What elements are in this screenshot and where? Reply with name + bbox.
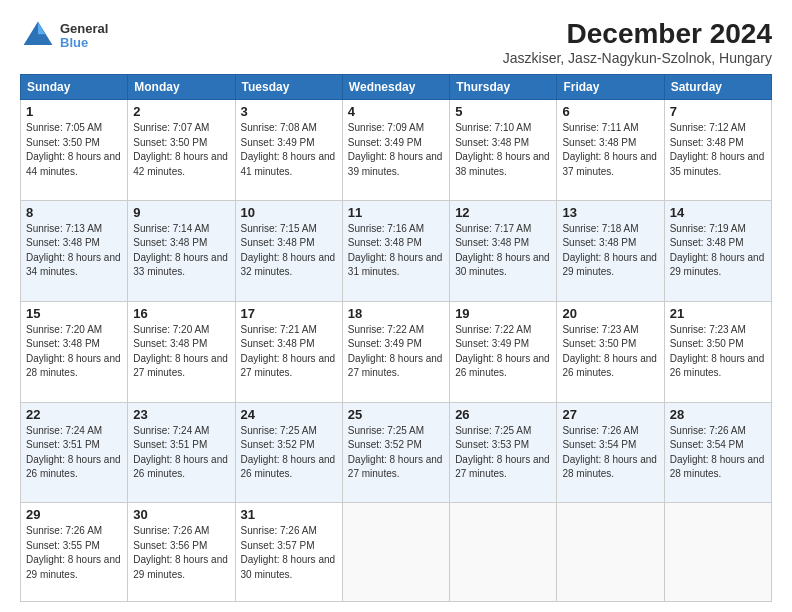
calendar-cell: 16Sunrise: 7:20 AMSunset: 3:48 PMDayligh…: [128, 301, 235, 402]
day-info: Sunrise: 7:11 AMSunset: 3:48 PMDaylight:…: [562, 121, 658, 179]
page-subtitle: Jaszkiser, Jasz-Nagykun-Szolnok, Hungary: [503, 50, 772, 66]
calendar-cell: 20Sunrise: 7:23 AMSunset: 3:50 PMDayligh…: [557, 301, 664, 402]
day-number: 1: [26, 104, 122, 119]
day-info: Sunrise: 7:10 AMSunset: 3:48 PMDaylight:…: [455, 121, 551, 179]
day-number: 8: [26, 205, 122, 220]
day-number: 31: [241, 507, 337, 522]
weekday-header: Monday: [128, 75, 235, 100]
calendar-cell: 31Sunrise: 7:26 AMSunset: 3:57 PMDayligh…: [235, 503, 342, 602]
logo: General Blue: [20, 18, 108, 54]
day-number: 29: [26, 507, 122, 522]
day-info: Sunrise: 7:25 AMSunset: 3:52 PMDaylight:…: [348, 424, 444, 482]
day-info: Sunrise: 7:13 AMSunset: 3:48 PMDaylight:…: [26, 222, 122, 280]
calendar-cell: 10Sunrise: 7:15 AMSunset: 3:48 PMDayligh…: [235, 200, 342, 301]
day-number: 12: [455, 205, 551, 220]
day-number: 27: [562, 407, 658, 422]
weekday-header: Sunday: [21, 75, 128, 100]
day-number: 13: [562, 205, 658, 220]
weekday-header: Tuesday: [235, 75, 342, 100]
day-info: Sunrise: 7:23 AMSunset: 3:50 PMDaylight:…: [562, 323, 658, 381]
calendar-cell: 9Sunrise: 7:14 AMSunset: 3:48 PMDaylight…: [128, 200, 235, 301]
logo-line2: Blue: [60, 36, 108, 50]
day-number: 3: [241, 104, 337, 119]
day-info: Sunrise: 7:05 AMSunset: 3:50 PMDaylight:…: [26, 121, 122, 179]
calendar-cell: 22Sunrise: 7:24 AMSunset: 3:51 PMDayligh…: [21, 402, 128, 503]
calendar-cell: 13Sunrise: 7:18 AMSunset: 3:48 PMDayligh…: [557, 200, 664, 301]
day-number: 5: [455, 104, 551, 119]
calendar-cell: [664, 503, 771, 602]
day-number: 10: [241, 205, 337, 220]
calendar-cell: 14Sunrise: 7:19 AMSunset: 3:48 PMDayligh…: [664, 200, 771, 301]
weekday-header: Saturday: [664, 75, 771, 100]
day-info: Sunrise: 7:07 AMSunset: 3:50 PMDaylight:…: [133, 121, 229, 179]
day-number: 18: [348, 306, 444, 321]
day-info: Sunrise: 7:20 AMSunset: 3:48 PMDaylight:…: [133, 323, 229, 381]
calendar-header: SundayMondayTuesdayWednesdayThursdayFrid…: [21, 75, 772, 100]
calendar-cell: 23Sunrise: 7:24 AMSunset: 3:51 PMDayligh…: [128, 402, 235, 503]
day-number: 9: [133, 205, 229, 220]
page: General Blue December 2024 Jaszkiser, Ja…: [0, 0, 792, 612]
calendar-cell: [342, 503, 449, 602]
page-title: December 2024: [503, 18, 772, 50]
day-info: Sunrise: 7:24 AMSunset: 3:51 PMDaylight:…: [26, 424, 122, 482]
logo-text: General Blue: [60, 22, 108, 51]
day-number: 17: [241, 306, 337, 321]
calendar-table: SundayMondayTuesdayWednesdayThursdayFrid…: [20, 74, 772, 602]
calendar-cell: 3Sunrise: 7:08 AMSunset: 3:49 PMDaylight…: [235, 100, 342, 201]
calendar-cell: 26Sunrise: 7:25 AMSunset: 3:53 PMDayligh…: [450, 402, 557, 503]
calendar-cell: [450, 503, 557, 602]
calendar-cell: 1Sunrise: 7:05 AMSunset: 3:50 PMDaylight…: [21, 100, 128, 201]
calendar-cell: 29Sunrise: 7:26 AMSunset: 3:55 PMDayligh…: [21, 503, 128, 602]
day-number: 30: [133, 507, 229, 522]
logo-line1: General: [60, 22, 108, 36]
day-number: 16: [133, 306, 229, 321]
day-number: 14: [670, 205, 766, 220]
day-number: 24: [241, 407, 337, 422]
day-info: Sunrise: 7:23 AMSunset: 3:50 PMDaylight:…: [670, 323, 766, 381]
day-info: Sunrise: 7:26 AMSunset: 3:56 PMDaylight:…: [133, 524, 229, 582]
day-info: Sunrise: 7:22 AMSunset: 3:49 PMDaylight:…: [348, 323, 444, 381]
day-info: Sunrise: 7:26 AMSunset: 3:54 PMDaylight:…: [562, 424, 658, 482]
calendar-cell: 18Sunrise: 7:22 AMSunset: 3:49 PMDayligh…: [342, 301, 449, 402]
day-number: 11: [348, 205, 444, 220]
calendar-cell: 2Sunrise: 7:07 AMSunset: 3:50 PMDaylight…: [128, 100, 235, 201]
calendar-cell: 19Sunrise: 7:22 AMSunset: 3:49 PMDayligh…: [450, 301, 557, 402]
day-number: 28: [670, 407, 766, 422]
day-number: 2: [133, 104, 229, 119]
day-info: Sunrise: 7:08 AMSunset: 3:49 PMDaylight:…: [241, 121, 337, 179]
calendar-cell: 11Sunrise: 7:16 AMSunset: 3:48 PMDayligh…: [342, 200, 449, 301]
title-block: December 2024 Jaszkiser, Jasz-Nagykun-Sz…: [503, 18, 772, 66]
weekday-header: Thursday: [450, 75, 557, 100]
calendar-cell: 4Sunrise: 7:09 AMSunset: 3:49 PMDaylight…: [342, 100, 449, 201]
day-info: Sunrise: 7:09 AMSunset: 3:49 PMDaylight:…: [348, 121, 444, 179]
day-number: 26: [455, 407, 551, 422]
weekday-header: Wednesday: [342, 75, 449, 100]
calendar-cell: 7Sunrise: 7:12 AMSunset: 3:48 PMDaylight…: [664, 100, 771, 201]
calendar-cell: 30Sunrise: 7:26 AMSunset: 3:56 PMDayligh…: [128, 503, 235, 602]
weekday-header: Friday: [557, 75, 664, 100]
day-info: Sunrise: 7:19 AMSunset: 3:48 PMDaylight:…: [670, 222, 766, 280]
calendar-cell: 15Sunrise: 7:20 AMSunset: 3:48 PMDayligh…: [21, 301, 128, 402]
day-number: 25: [348, 407, 444, 422]
calendar-cell: 21Sunrise: 7:23 AMSunset: 3:50 PMDayligh…: [664, 301, 771, 402]
day-info: Sunrise: 7:26 AMSunset: 3:54 PMDaylight:…: [670, 424, 766, 482]
day-number: 15: [26, 306, 122, 321]
calendar-cell: 27Sunrise: 7:26 AMSunset: 3:54 PMDayligh…: [557, 402, 664, 503]
day-info: Sunrise: 7:26 AMSunset: 3:57 PMDaylight:…: [241, 524, 337, 582]
day-number: 23: [133, 407, 229, 422]
calendar-cell: 17Sunrise: 7:21 AMSunset: 3:48 PMDayligh…: [235, 301, 342, 402]
calendar-cell: 24Sunrise: 7:25 AMSunset: 3:52 PMDayligh…: [235, 402, 342, 503]
header: General Blue December 2024 Jaszkiser, Ja…: [20, 18, 772, 66]
day-info: Sunrise: 7:16 AMSunset: 3:48 PMDaylight:…: [348, 222, 444, 280]
day-number: 20: [562, 306, 658, 321]
calendar-cell: 8Sunrise: 7:13 AMSunset: 3:48 PMDaylight…: [21, 200, 128, 301]
day-number: 4: [348, 104, 444, 119]
day-info: Sunrise: 7:21 AMSunset: 3:48 PMDaylight:…: [241, 323, 337, 381]
day-info: Sunrise: 7:24 AMSunset: 3:51 PMDaylight:…: [133, 424, 229, 482]
day-info: Sunrise: 7:25 AMSunset: 3:52 PMDaylight:…: [241, 424, 337, 482]
day-number: 21: [670, 306, 766, 321]
day-info: Sunrise: 7:17 AMSunset: 3:48 PMDaylight:…: [455, 222, 551, 280]
day-number: 22: [26, 407, 122, 422]
calendar-cell: 6Sunrise: 7:11 AMSunset: 3:48 PMDaylight…: [557, 100, 664, 201]
day-info: Sunrise: 7:18 AMSunset: 3:48 PMDaylight:…: [562, 222, 658, 280]
